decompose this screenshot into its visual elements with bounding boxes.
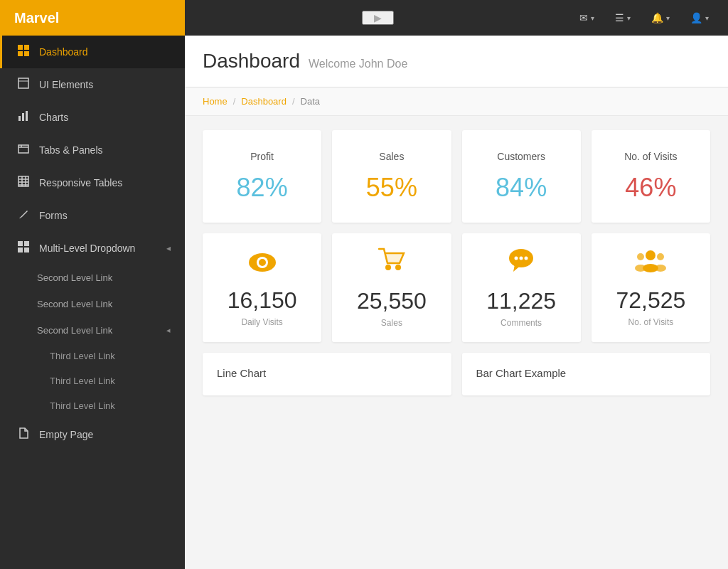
stat-visits-value: 46% bbox=[625, 173, 676, 203]
sidebar-item-tabs-label: Tabs & Panels bbox=[39, 144, 103, 156]
breadcrumb-dashboard[interactable]: Dashboard bbox=[241, 96, 287, 107]
user-caret: ▾ bbox=[705, 14, 709, 22]
stat-profit-label: Profit bbox=[250, 151, 274, 162]
bell-nav-button[interactable]: 🔔 ▾ bbox=[643, 6, 678, 29]
sidebar-item-charts-label: Charts bbox=[39, 112, 68, 123]
comments-number: 11,225 bbox=[486, 288, 556, 314]
sidebar-item-ui-elements-label: UI Elements bbox=[39, 79, 93, 90]
sidebar-third-item-1[interactable]: Third Level Link bbox=[0, 344, 185, 368]
multilevel-icon bbox=[16, 241, 31, 255]
charts-icon bbox=[16, 110, 31, 124]
sidebar-item-ui-elements[interactable]: UI Elements bbox=[0, 68, 185, 101]
svg-point-25 bbox=[385, 265, 391, 270]
third-item-1-label: Third Level Link bbox=[50, 351, 115, 361]
user-nav-button[interactable]: 👤 ▾ bbox=[682, 6, 717, 29]
third-item-3-label: Third Level Link bbox=[50, 400, 115, 411]
brand-logo[interactable]: Marvel bbox=[0, 0, 185, 36]
sidebar-item-tabs-panels[interactable]: Tabs & Panels bbox=[0, 134, 185, 166]
svg-rect-7 bbox=[22, 113, 24, 121]
chat-icon bbox=[508, 248, 535, 280]
sidebar-item-forms[interactable]: Forms bbox=[0, 199, 185, 232]
stat-cards-grid: Profit 82% Sales 55% Customers 84% No. o… bbox=[185, 116, 728, 223]
tabs-icon bbox=[16, 143, 31, 157]
stat-sales-value: 55% bbox=[366, 173, 417, 203]
stat-customers-label: Customers bbox=[497, 151, 545, 162]
svg-rect-19 bbox=[24, 241, 29, 246]
svg-point-32 bbox=[646, 250, 655, 260]
svg-rect-4 bbox=[18, 78, 28, 88]
sub-item-1-label: Second Level Link bbox=[37, 272, 112, 283]
multilevel-label: Multi-Level Dropdown bbox=[39, 243, 135, 254]
sidebar-item-dashboard-label: Dashboard bbox=[39, 46, 88, 58]
svg-rect-8 bbox=[26, 111, 28, 121]
group-icon bbox=[635, 248, 666, 279]
stat-card-sales: Sales 55% bbox=[332, 130, 451, 223]
sidebar-item-multilevel[interactable]: Multi-Level Dropdown ◂ bbox=[0, 232, 185, 265]
top-navbar: Marvel ▶ ✉ ▾ ☰ ▾ 🔔 ▾ 👤 ▾ bbox=[0, 0, 728, 36]
stat-card-visits: No. of Visits 46% bbox=[592, 130, 710, 223]
sales-number: 25,550 bbox=[357, 288, 427, 314]
sidebar-item-empty-page[interactable]: Empty Page bbox=[0, 418, 185, 451]
stat-visits-label: No. of Visits bbox=[624, 151, 677, 162]
sidebar-item-forms-label: Forms bbox=[39, 210, 68, 221]
sidebar-item-dashboard[interactable]: Dashboard bbox=[0, 36, 185, 68]
dashboard-icon bbox=[16, 45, 31, 59]
mail-icon: ✉ bbox=[579, 12, 588, 23]
sales-icon-label: Sales bbox=[381, 318, 402, 328]
breadcrumb-home[interactable]: Home bbox=[203, 96, 228, 107]
page-subtitle: Welcome John Doe bbox=[309, 58, 407, 70]
sidebar: Dashboard UI Elements Charts bbox=[0, 36, 185, 569]
ui-elements-icon bbox=[16, 78, 31, 92]
svg-point-34 bbox=[637, 253, 644, 260]
daily-visits-number: 16,150 bbox=[228, 287, 297, 314]
line-chart-title: Line Chart bbox=[217, 367, 437, 379]
breadcrumb-sep-1: / bbox=[233, 96, 236, 107]
sidebar-sub-item-2[interactable]: Second Level Link bbox=[0, 291, 185, 317]
forms-icon bbox=[16, 208, 31, 223]
stat-card-customers: Customers 84% bbox=[462, 130, 581, 223]
icon-card-daily-visits: 16,150 Daily Visits bbox=[203, 233, 321, 342]
empty-page-icon bbox=[16, 427, 31, 442]
tables-icon bbox=[16, 176, 31, 190]
empty-page-label: Empty Page bbox=[39, 429, 93, 440]
mail-nav-button[interactable]: ✉ ▾ bbox=[571, 6, 603, 29]
sidebar-item-responsive-tables[interactable]: Responsive Tables bbox=[0, 166, 185, 199]
icon-cards-grid: 16,150 Daily Visits 25,550 Sales bbox=[185, 223, 728, 342]
breadcrumb-sep-2: / bbox=[292, 96, 295, 107]
svg-rect-20 bbox=[18, 248, 23, 252]
list-caret: ▾ bbox=[627, 14, 631, 22]
user-icon: 👤 bbox=[690, 12, 702, 23]
stat-sales-label: Sales bbox=[379, 151, 404, 162]
sidebar-third-item-2[interactable]: Third Level Link bbox=[0, 368, 185, 393]
svg-rect-21 bbox=[24, 248, 29, 252]
sidebar-sub-item-1[interactable]: Second Level Link bbox=[0, 265, 185, 291]
svg-point-30 bbox=[520, 257, 523, 260]
icon-card-sales: 25,550 Sales bbox=[332, 233, 451, 342]
daily-visits-label: Daily Visits bbox=[241, 317, 282, 327]
svg-point-29 bbox=[515, 257, 518, 260]
svg-point-35 bbox=[635, 265, 646, 272]
stat-customers-value: 84% bbox=[496, 173, 547, 203]
stat-card-profit: Profit 82% bbox=[203, 130, 321, 223]
stat-profit-value: 82% bbox=[237, 173, 288, 203]
list-nav-button[interactable]: ☰ ▾ bbox=[606, 6, 639, 29]
icon-card-comments: 11,225 Comments bbox=[462, 233, 581, 342]
sidebar-item-charts[interactable]: Charts bbox=[0, 101, 185, 134]
nav-right-icons: ✉ ▾ ☰ ▾ 🔔 ▾ 👤 ▾ bbox=[571, 6, 717, 29]
sidebar-sub-item-3[interactable]: Second Level Link ◂ bbox=[0, 317, 185, 344]
sidebar-third-item-3[interactable]: Third Level Link bbox=[0, 393, 185, 418]
bar-chart-title: Bar Chart Example bbox=[476, 367, 697, 379]
breadcrumb-current: Data bbox=[301, 96, 320, 107]
icon-card-no-visits: 72,525 No. of Visits bbox=[592, 233, 710, 342]
breadcrumb: Home / Dashboard / Data bbox=[185, 87, 728, 116]
svg-point-26 bbox=[395, 265, 401, 270]
no-visits-number: 72,525 bbox=[616, 287, 685, 314]
no-visits-label: No. of Visits bbox=[628, 317, 673, 327]
multilevel-chevron: ◂ bbox=[166, 243, 171, 253]
svg-point-31 bbox=[525, 257, 528, 260]
cart-icon bbox=[378, 248, 405, 280]
sidebar-toggle[interactable]: ▶ bbox=[362, 11, 394, 25]
svg-rect-3 bbox=[24, 51, 29, 56]
svg-rect-9 bbox=[18, 145, 28, 153]
eye-icon bbox=[248, 249, 277, 279]
